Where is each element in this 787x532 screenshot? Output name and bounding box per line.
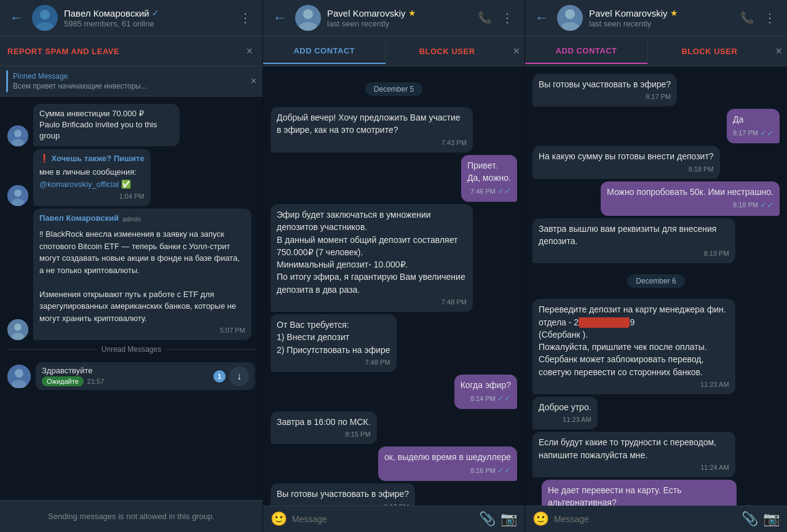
- msg-time: 7:48 PM: [277, 298, 467, 308]
- report-spam-button[interactable]: REPORT SPAM AND LEAVE: [5, 39, 241, 63]
- message-bubble: От Вас требуется:1) Внести депозит2) При…: [271, 314, 397, 372]
- spam-action-bar: REPORT SPAM AND LEAVE ×: [0, 36, 263, 66]
- back-button[interactable]: ←: [271, 7, 289, 28]
- msg-time: 8:17 PM: [539, 92, 671, 102]
- group-sub: 5985 members, 61 online: [64, 19, 229, 28]
- block-user-button-1[interactable]: BLOCK USER: [386, 39, 508, 64]
- msg-time: 5:07 PM: [39, 326, 245, 336]
- preview-bubble: Здравствуйте Ожидайте 21:57 1 ↓: [36, 362, 255, 390]
- contact-avatar-1: [295, 5, 321, 31]
- message-item: Вы готовы участвовать в эфире? 8:17 PM: [532, 74, 780, 106]
- message-bubble: Привет.Да, можно. 7:46 PM ✓✓: [461, 155, 517, 202]
- action-close-button-1[interactable]: ×: [508, 40, 524, 63]
- back-button[interactable]: ←: [532, 7, 551, 28]
- action-close-button-2[interactable]: ×: [770, 40, 787, 63]
- pinned-indicator: [6, 70, 8, 92]
- attach-button[interactable]: 📎: [479, 511, 496, 527]
- message-item: Добрый вечер! Хочу предложить Вам участи…: [271, 107, 517, 153]
- pinned-message-bar: Pinned Message Всем привет начинающие ин…: [0, 66, 263, 97]
- group-name: Павел Комаровский ✓: [64, 8, 229, 18]
- svg-point-11: [12, 333, 24, 340]
- contact-action-bar-1: ADD CONTACT BLOCK USER ×: [263, 36, 524, 66]
- message-bubble: Эфир будет заключаться в умножении депоз…: [271, 204, 473, 312]
- message-bubble: Павел Комаровский admin ‼ BlackRock внес…: [33, 208, 251, 340]
- message-bubble: Если будут какие то трудности с переводо…: [532, 432, 735, 477]
- spam-close-button[interactable]: ×: [241, 40, 258, 63]
- date-separator: December 5: [365, 82, 422, 96]
- msg-time: 8:14 PM ✓✓: [461, 393, 511, 405]
- menu-dots-icon[interactable]: ⋮: [760, 7, 780, 29]
- verified-icon: ★: [670, 8, 678, 18]
- add-contact-label: ADD CONTACT: [293, 46, 355, 55]
- private-footer-1: 🙂 📎 📷: [263, 506, 524, 532]
- menu-dots-icon[interactable]: ⋮: [497, 7, 517, 29]
- msg-time: 8:17 PM ✓✓: [733, 128, 773, 140]
- emoji-button[interactable]: 🙂: [532, 511, 549, 527]
- block-user-label-2: BLOCK USER: [681, 47, 737, 56]
- emoji-button[interactable]: 🙂: [271, 511, 287, 527]
- verified-icon: ✓: [152, 8, 159, 18]
- msg-time: 11:23 AM: [539, 415, 591, 425]
- message-item: Эфир будет заключаться в умножении депоз…: [271, 204, 517, 312]
- message-bubble: Завтра вышлю вам реквизиты для внесения …: [532, 218, 735, 264]
- unread-line: [7, 349, 97, 350]
- msg-time: 7:48 PM: [277, 358, 390, 368]
- msg-time: 8:17 PM: [277, 502, 409, 506]
- message-bubble: Не дает перевести на карту. Есть альтерн…: [542, 480, 737, 506]
- svg-point-13: [15, 369, 23, 378]
- message-bubble: Можно попробовать 50к. Ими нестрашно. 8:…: [601, 181, 780, 216]
- block-user-button-2[interactable]: BLOCK USER: [648, 39, 770, 64]
- msg-avatar: [7, 185, 28, 206]
- svg-point-19: [565, 9, 575, 19]
- menu-dots-icon[interactable]: ⋮: [235, 7, 255, 29]
- preview-badge-text: Ожидайте: [42, 376, 84, 386]
- svg-point-1: [40, 10, 50, 20]
- msg-time: 1:04 PM: [39, 192, 144, 202]
- panel-group-chat: ← Павел Комаровский ✓ 5985 members, 61 o…: [0, 0, 263, 532]
- message-item: Завтра в 16:00 по МСК. 8:15 PM: [271, 411, 517, 444]
- message-bubble: Доброе утро. 11:23 AM: [532, 397, 598, 429]
- pinned-close-button[interactable]: ×: [251, 76, 256, 87]
- msg-time: 8:15 PM: [277, 430, 371, 440]
- message-item: Можно попробовать 50к. Ими нестрашно. 8:…: [532, 181, 780, 216]
- contact-name-1: Pavel Komarovskiy ★: [327, 8, 468, 18]
- message-bubble: Вы готовы участвовать в эфире? 8:17 PM: [271, 483, 415, 506]
- pinned-label: Pinned Message: [13, 72, 246, 81]
- phone-icon[interactable]: 📞: [474, 7, 495, 28]
- msg-sender: ❗️ Хочешь также? Пишите: [39, 153, 144, 165]
- phone-icon[interactable]: 📞: [737, 7, 757, 28]
- message-item: На какую сумму вы готовы внести депозит?…: [532, 146, 780, 178]
- preview-time: 21:57: [87, 378, 105, 385]
- message-bubble: Сумма инвестиции 70.000 ₽Paulo Brificado…: [33, 104, 180, 146]
- attach-button[interactable]: 📎: [742, 511, 758, 527]
- add-contact-button-2[interactable]: ADD CONTACT: [525, 39, 647, 64]
- message-item: Завтра вышлю вам реквизиты для внесения …: [532, 218, 780, 264]
- private-messages-2: Вы готовы участвовать в эфире? 8:17 PM Д…: [525, 66, 787, 506]
- message-item: Вы готовы участвовать в эфире? 8:17 PM: [271, 483, 517, 506]
- private-messages-1: December 5 Добрый вечер! Хочу предложить…: [263, 66, 524, 506]
- message-bubble: На какую сумму вы готовы внести депозит?…: [532, 146, 720, 178]
- pinned-text: Всем привет начинающие инвесторы...: [13, 82, 222, 90]
- message-item: Переведите депозит на карту менеджера фи…: [532, 299, 780, 394]
- redacted-card: ████████: [579, 317, 630, 327]
- scroll-down-button[interactable]: ↓: [229, 367, 249, 386]
- contact-info-1: Pavel Komarovskiy ★ last seen recently: [327, 8, 468, 28]
- preview-message: Здравствуйте Ожидайте 21:57 1 ↓: [7, 359, 255, 394]
- verified-icon: ★: [408, 8, 416, 18]
- back-button[interactable]: ←: [7, 7, 26, 28]
- svg-point-4: [14, 130, 22, 137]
- panel-private-chat-2: ← Pavel Komarovskiy ★ last seen recently…: [525, 0, 787, 532]
- message-input-1[interactable]: [292, 514, 474, 524]
- add-contact-button-1[interactable]: ADD CONTACT: [263, 39, 386, 64]
- message-input-2[interactable]: [554, 514, 737, 524]
- message-item: Когда эфир? 8:14 PM ✓✓: [271, 375, 517, 409]
- private-header-1: ← Pavel Komarovskiy ★ last seen recently…: [263, 0, 524, 36]
- message-item: Павел Комаровский admin ‼ BlackRock внес…: [7, 208, 255, 340]
- message-item: Да 8:17 PM ✓✓: [532, 109, 780, 143]
- camera-button[interactable]: 📷: [763, 511, 780, 527]
- scroll-down-button[interactable]: ↓: [740, 505, 757, 506]
- contact-sub-2: last seen recently: [589, 19, 730, 28]
- msg-time: 11:23 AM: [539, 380, 729, 390]
- message-bubble: Да 8:17 PM ✓✓: [727, 109, 780, 143]
- camera-button[interactable]: 📷: [500, 511, 517, 527]
